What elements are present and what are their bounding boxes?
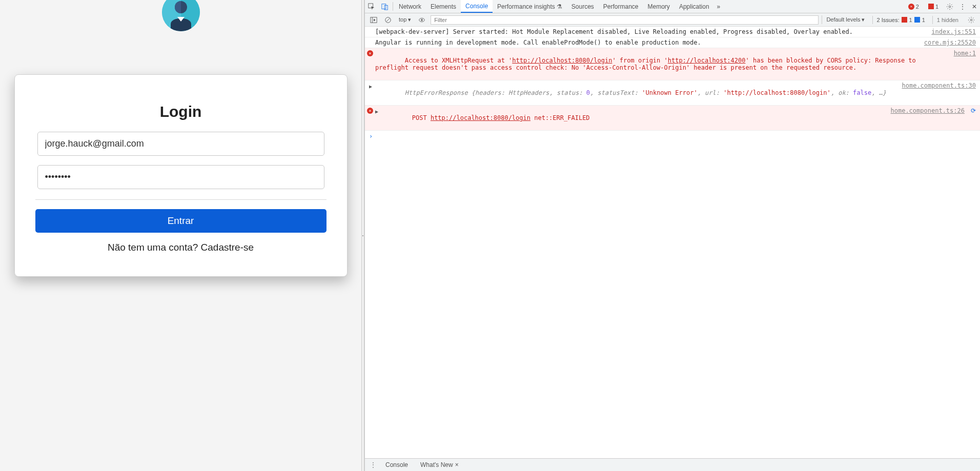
log-source-link[interactable]: home.component.ts:26 bbox=[891, 107, 965, 114]
email-input[interactable] bbox=[37, 132, 324, 156]
devtools-drawer: ⋮ Console What's New× bbox=[365, 458, 980, 471]
log-source-link[interactable]: home.component.ts:30 bbox=[902, 82, 976, 89]
tab-console[interactable]: Console bbox=[461, 0, 493, 13]
inspect-element-icon[interactable] bbox=[365, 0, 378, 13]
log-message: Access to XMLHttpRequest at 'http://loca… bbox=[375, 50, 946, 78]
filter-input[interactable] bbox=[431, 15, 819, 25]
url-link[interactable]: http://localhost:4200 bbox=[668, 57, 746, 64]
console-settings-icon[interactable] bbox=[966, 15, 977, 25]
app-pane: Login Entrar Não tem uma conta? Cadastre… bbox=[0, 0, 361, 471]
resizer-grip-icon: ⋮ bbox=[362, 232, 364, 239]
divider bbox=[393, 2, 393, 11]
log-message: Angular is running in development mode. … bbox=[375, 39, 916, 46]
log-source-link[interactable]: home:1 bbox=[954, 50, 976, 57]
avatar-icon bbox=[162, 0, 200, 31]
log-levels-selector[interactable]: Default levels ▾ bbox=[822, 15, 869, 24]
svg-line-10 bbox=[386, 18, 390, 22]
login-title: Login bbox=[35, 103, 326, 120]
error-icon: × bbox=[367, 50, 373, 56]
tab-application[interactable]: Application bbox=[675, 0, 714, 13]
flag-blue-icon bbox=[914, 17, 920, 23]
devtools-tabstrip: Network Elements Console Performance ins… bbox=[365, 0, 980, 13]
drawer-tab-whatsnew[interactable]: What's New× bbox=[415, 460, 464, 470]
tab-sources[interactable]: Sources bbox=[567, 0, 599, 13]
log-source-link[interactable]: core.mjs:25520 bbox=[924, 39, 976, 46]
submit-button[interactable]: Entrar bbox=[35, 209, 326, 233]
close-icon[interactable]: × bbox=[455, 461, 459, 468]
console-prompt[interactable]: › bbox=[365, 131, 980, 142]
log-source-link[interactable]: index.js:551 bbox=[931, 28, 976, 35]
log-message: POST http://localhost:8080/login net::ER… bbox=[375, 107, 883, 129]
log-row-network-error: × ▶ POST http://localhost:8080/login net… bbox=[365, 106, 980, 131]
svg-point-13 bbox=[970, 19, 972, 21]
close-devtools-icon[interactable]: ✕ bbox=[969, 0, 980, 13]
drawer-menu-icon[interactable]: ⋮ bbox=[368, 461, 378, 468]
hidden-count[interactable]: 1 hidden bbox=[932, 16, 963, 24]
divider bbox=[35, 199, 326, 200]
tab-network[interactable]: Network bbox=[394, 0, 426, 13]
login-card-wrap: Login Entrar Não tem uma conta? Cadastre… bbox=[14, 13, 348, 277]
log-row-object: ▶ HttpErrorResponse {headers: HttpHeader… bbox=[365, 80, 980, 106]
error-icon: × bbox=[367, 108, 373, 114]
svg-point-12 bbox=[421, 19, 423, 21]
expand-triangle-icon[interactable]: ▶ bbox=[369, 84, 372, 89]
issues-label: 2 Issues: bbox=[877, 17, 900, 23]
log-message: [webpack-dev-server] Server started: Hot… bbox=[375, 28, 923, 35]
tab-performance-insights[interactable]: Performance insights ⚗ bbox=[493, 0, 567, 13]
log-row: Angular is running in development mode. … bbox=[365, 37, 980, 48]
tab-performance-insights-label: Performance insights bbox=[497, 3, 555, 10]
tab-elements[interactable]: Elements bbox=[426, 0, 461, 13]
clear-console-icon[interactable] bbox=[382, 15, 394, 25]
drawer-tab-console[interactable]: Console bbox=[380, 460, 413, 470]
devtools-panel: Network Elements Console Performance ins… bbox=[364, 0, 980, 471]
flag-red-icon bbox=[902, 17, 907, 23]
tab-memory[interactable]: Memory bbox=[643, 0, 675, 13]
url-link[interactable]: http://localhost:8080/login bbox=[512, 57, 612, 64]
issues-summary[interactable]: 2 Issues: 1 1 bbox=[872, 16, 929, 24]
log-row-error: × Access to XMLHttpRequest at 'http://lo… bbox=[365, 48, 980, 80]
signup-prompt-text: Não tem uma conta? bbox=[108, 242, 201, 253]
device-toolbar-icon[interactable] bbox=[378, 0, 392, 13]
toggle-sidebar-icon[interactable] bbox=[368, 15, 379, 25]
console-toolbar: top ▾ Default levels ▾ 2 Issues: 1 1 1 h… bbox=[365, 13, 980, 27]
signup-link[interactable]: Cadastre-se bbox=[201, 242, 254, 253]
live-expression-icon[interactable] bbox=[416, 15, 427, 25]
settings-icon[interactable] bbox=[943, 0, 956, 13]
tab-performance[interactable]: Performance bbox=[599, 0, 643, 13]
url-link[interactable]: http://localhost:8080/login bbox=[431, 114, 530, 121]
svg-point-6 bbox=[949, 6, 951, 8]
beaker-icon: ⚗ bbox=[557, 3, 562, 10]
error-count-badge[interactable]: ×2 bbox=[904, 0, 924, 13]
issue-count-badge[interactable]: 1 bbox=[924, 0, 943, 13]
login-card: Login Entrar Não tem uma conta? Cadastre… bbox=[14, 74, 348, 277]
kebab-menu-icon[interactable]: ⋮ bbox=[956, 0, 969, 13]
context-selector[interactable]: top ▾ bbox=[397, 15, 413, 24]
expand-triangle-icon[interactable]: ▶ bbox=[375, 109, 378, 114]
log-row: [webpack-dev-server] Server started: Hot… bbox=[365, 27, 980, 37]
console-output: [webpack-dev-server] Server started: Hot… bbox=[365, 27, 980, 458]
more-tabs-icon[interactable]: » bbox=[714, 0, 724, 13]
log-message: HttpErrorResponse {headers: HttpHeaders,… bbox=[375, 82, 894, 104]
retry-icon[interactable]: ⟳ bbox=[971, 107, 976, 114]
svg-rect-4 bbox=[382, 4, 386, 9]
signup-prompt: Não tem uma conta? Cadastre-se bbox=[35, 242, 326, 253]
password-input[interactable] bbox=[37, 165, 324, 189]
